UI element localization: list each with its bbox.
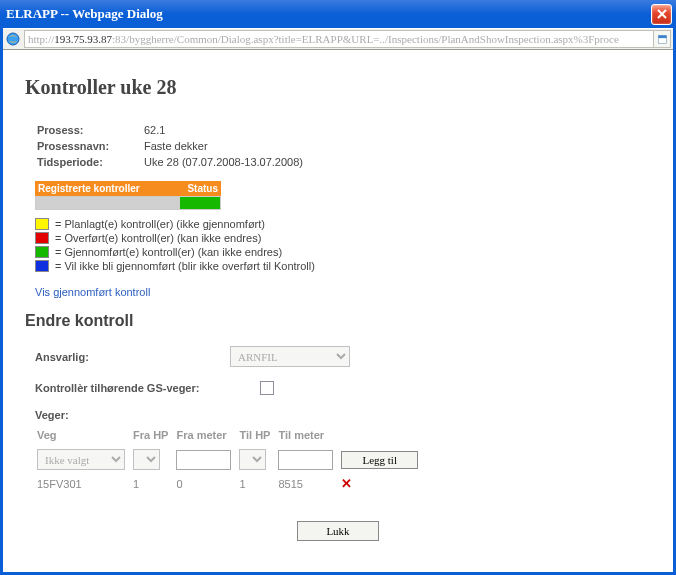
- status-bar: Registrerte kontroller Status: [35, 181, 221, 210]
- endre-heading: Endre kontroll: [25, 312, 651, 330]
- col-veg: Veg: [37, 429, 131, 445]
- row-frameter: 0: [176, 474, 237, 493]
- veg-select: Ikke valgt: [37, 449, 125, 470]
- tilhp-select: [239, 449, 266, 470]
- veg-table: Veg Fra HP Fra meter Til HP Til meter Ik…: [35, 427, 426, 495]
- row-frahp: 1: [133, 474, 174, 493]
- status-header-left: Registrerte kontroller: [38, 183, 187, 194]
- prosessnavn-label: Prosessnavn:: [37, 139, 142, 153]
- frahp-select: [133, 449, 160, 470]
- status-seg-green: [180, 197, 220, 209]
- row-tilmeter: 8515: [278, 474, 339, 493]
- legend-text-green: = Gjennomført(e) kontroll(er) (kan ikke …: [55, 246, 282, 258]
- status-seg-gray: [36, 197, 180, 209]
- address-field[interactable]: http://193.75.93.87:83/byggherre/Common/…: [24, 30, 654, 48]
- delete-row-icon[interactable]: ✕: [341, 476, 352, 491]
- table-row: 15FV301 1 0 1 8515 ✕: [37, 474, 424, 493]
- address-bar: http://193.75.93.87:83/byggherre/Common/…: [3, 28, 673, 50]
- prosessnavn-value: Faste dekker: [144, 139, 303, 153]
- table-row-input: Ikke valgt Legg til: [37, 447, 424, 472]
- row-tilhp: 1: [239, 474, 276, 493]
- prosess-label: Prosess:: [37, 123, 142, 137]
- status-header-right: Status: [187, 183, 218, 194]
- vis-gjennomfort-link[interactable]: Vis gjennomført kontroll: [35, 286, 150, 298]
- legend-square-blue: [35, 260, 49, 272]
- gs-checkbox[interactable]: [260, 381, 274, 395]
- window-title: ELRAPP -- Webpage Dialog: [6, 6, 651, 22]
- legend-square-green: [35, 246, 49, 258]
- leggtil-button[interactable]: Legg til: [341, 451, 418, 469]
- ansvarlig-select: ARNFIL: [230, 346, 350, 367]
- legend-square-red: [35, 232, 49, 244]
- gs-label: Kontrollèr tilhørende GS-veger:: [35, 382, 260, 394]
- info-table: Prosess:62.1 Prosessnavn:Faste dekker Ti…: [35, 121, 305, 171]
- legend-square-yellow: [35, 218, 49, 230]
- ie-icon: [5, 31, 21, 47]
- address-go-icon[interactable]: [654, 30, 671, 48]
- lukk-button[interactable]: Lukk: [297, 521, 378, 541]
- tilmeter-input[interactable]: [278, 450, 333, 470]
- row-veg: 15FV301: [37, 474, 131, 493]
- tidsperiode-value: Uke 28 (07.07.2008-13.07.2008): [144, 155, 303, 169]
- col-frahp: Fra HP: [133, 429, 174, 445]
- svg-point-0: [7, 33, 19, 45]
- ansvarlig-label: Ansvarlig:: [35, 351, 230, 363]
- close-button[interactable]: [651, 4, 672, 25]
- legend: = Planlagt(e) kontroll(er) (ikke gjennom…: [35, 218, 651, 272]
- window-titlebar: ELRAPP -- Webpage Dialog: [0, 0, 676, 28]
- frameter-input[interactable]: [176, 450, 231, 470]
- prosess-value: 62.1: [144, 123, 303, 137]
- page-title: Kontroller uke 28: [25, 76, 651, 99]
- col-frameter: Fra meter: [176, 429, 237, 445]
- legend-text-red: = Overført(e) kontroll(er) (kan ikke end…: [55, 232, 261, 244]
- svg-rect-2: [658, 35, 666, 38]
- col-tilhp: Til HP: [239, 429, 276, 445]
- col-tilmeter: Til meter: [278, 429, 339, 445]
- legend-text-blue: = Vil ikke bli gjennomført (blir ikke ov…: [55, 260, 315, 272]
- tidsperiode-label: Tidsperiode:: [37, 155, 142, 169]
- legend-text-yellow: = Planlagt(e) kontroll(er) (ikke gjennom…: [55, 218, 265, 230]
- veger-label: Veger:: [35, 409, 651, 421]
